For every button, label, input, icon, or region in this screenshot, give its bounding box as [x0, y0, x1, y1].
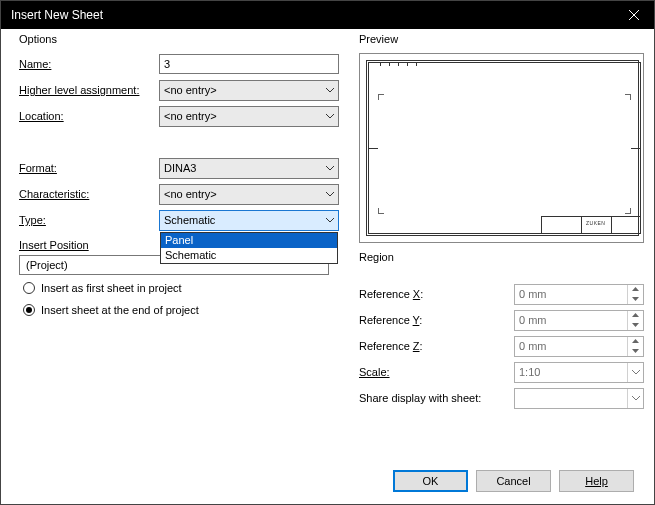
type-dropdown[interactable]: Panel Schematic	[160, 232, 338, 264]
spinner-buttons[interactable]	[627, 311, 643, 330]
type-option-panel[interactable]: Panel	[161, 233, 337, 248]
name-label: Name:	[19, 58, 159, 70]
radio-insert-end[interactable]: Insert sheet at the end of project	[19, 301, 339, 319]
higher-level-label: Higher level assignment:	[19, 84, 159, 96]
reference-y-input[interactable]: 0 mm	[514, 310, 644, 331]
share-display-combo[interactable]	[514, 388, 644, 409]
characteristic-value: <no entry>	[164, 188, 217, 200]
spinner-buttons[interactable]	[627, 337, 643, 356]
reference-z-input[interactable]: 0 mm	[514, 336, 644, 357]
preview-canvas: ZUKEN	[359, 53, 644, 243]
share-display-label: Share display with sheet:	[359, 392, 514, 404]
higher-level-combo[interactable]: <no entry>	[159, 80, 339, 101]
location-value: <no entry>	[164, 110, 217, 122]
format-label: Format:	[19, 162, 159, 174]
titleblock: ZUKEN	[541, 216, 641, 234]
chevron-down-icon	[326, 88, 334, 93]
radio-icon	[23, 282, 35, 294]
type-combo[interactable]: Schematic Panel Schematic	[159, 210, 339, 231]
radio-insert-first-label: Insert as first sheet in project	[41, 282, 182, 294]
location-label: Location:	[19, 110, 159, 122]
preview-group: Preview ZUKEN	[359, 41, 644, 259]
characteristic-label: Characteristic:	[19, 188, 159, 200]
name-input[interactable]	[159, 54, 339, 74]
close-button[interactable]	[614, 1, 654, 29]
window-title: Insert New Sheet	[11, 8, 614, 22]
type-option-schematic[interactable]: Schematic	[161, 248, 337, 263]
radio-icon	[23, 304, 35, 316]
chevron-down-icon	[326, 192, 334, 197]
reference-z-value: 0 mm	[519, 340, 547, 352]
higher-level-value: <no entry>	[164, 84, 217, 96]
options-group: Options Name: Higher level assignment: <…	[19, 41, 339, 331]
reference-y-label: Reference Y:	[359, 314, 514, 326]
reference-x-label: Reference X:	[359, 288, 514, 300]
format-combo[interactable]: DINA3	[159, 158, 339, 179]
reference-z-label: Reference Z:	[359, 340, 514, 352]
radio-insert-first[interactable]: Insert as first sheet in project	[19, 279, 339, 297]
region-group: Region Reference X: 0 mm Reference Y: 0 …	[359, 259, 644, 421]
cancel-button[interactable]: Cancel	[476, 470, 551, 492]
scale-label: Scale:	[359, 366, 514, 378]
chevron-down-icon	[627, 363, 643, 382]
preview-label: Preview	[359, 33, 401, 45]
location-combo[interactable]: <no entry>	[159, 106, 339, 127]
chevron-down-icon	[326, 166, 334, 171]
scale-combo[interactable]: 1:10	[514, 362, 644, 383]
help-button[interactable]: Help	[559, 470, 634, 492]
chevron-down-icon	[326, 218, 334, 223]
type-label: Type:	[19, 214, 159, 226]
spinner-buttons[interactable]	[627, 285, 643, 304]
insert-sheet-dialog: Insert New Sheet Options Name: Higher le…	[0, 0, 655, 505]
chevron-down-icon	[326, 114, 334, 119]
chevron-down-icon	[627, 389, 643, 408]
titleblock-text: ZUKEN	[586, 220, 605, 226]
scale-value: 1:10	[519, 366, 540, 378]
options-label: Options	[19, 33, 60, 45]
reference-x-input[interactable]: 0 mm	[514, 284, 644, 305]
reference-y-value: 0 mm	[519, 314, 547, 326]
characteristic-combo[interactable]: <no entry>	[159, 184, 339, 205]
ok-button[interactable]: OK	[393, 470, 468, 492]
titlebar: Insert New Sheet	[1, 1, 654, 29]
region-label: Region	[359, 251, 397, 263]
dialog-buttons: OK Cancel Help	[19, 462, 644, 496]
close-icon	[629, 10, 639, 20]
radio-insert-end-label: Insert sheet at the end of project	[41, 304, 199, 316]
reference-x-value: 0 mm	[519, 288, 547, 300]
type-value: Schematic	[164, 214, 215, 226]
format-value: DINA3	[164, 162, 196, 174]
project-path-value: (Project)	[26, 259, 68, 271]
